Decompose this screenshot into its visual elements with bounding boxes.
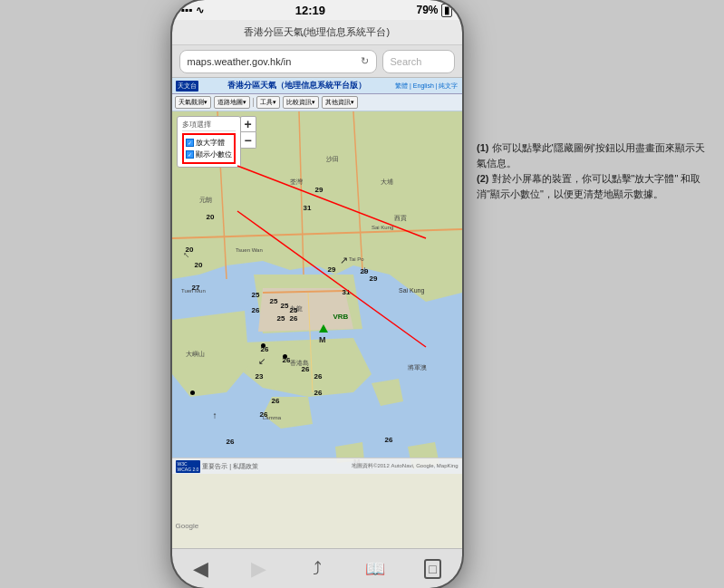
legend-large-font[interactable]: ✓ 放大字體 <box>186 137 232 149</box>
temp-w27: 27 <box>192 284 200 292</box>
browser-bottom-bar[interactable]: ◀ ▶ ⤴ 📖 □ <box>172 548 462 588</box>
map-canvas[interactable]: 元朗 屯門 荃灣 沙田 大埔 西貢 九龍 香港島 大嶼山 Sai Kung 將軍… <box>172 111 462 474</box>
footer-copyright: 地圖資料©2012 AutoNavi, Google, MapKing <box>352 462 458 470</box>
back-icon: ◀ <box>193 557 208 581</box>
page-title: 香港分區天氣(地理信息系統平台) <box>244 25 390 39</box>
temp-low7: 26 <box>272 397 280 405</box>
toolbar-sep1 <box>253 98 254 107</box>
tabs-icon: □ <box>424 559 440 579</box>
refresh-icon[interactable]: ↻ <box>361 55 369 67</box>
zoom-in-btn[interactable]: + <box>240 116 256 132</box>
map-footer: W3CWCAG 2.0 重要告示 | 私隱政策 地圖資料©2012 AutoNa… <box>172 458 462 474</box>
toolbar-others-btn[interactable]: 其他資訊▾ <box>322 96 358 109</box>
browser-title-bar: 香港分區天氣(地理信息系統平台) <box>172 20 462 45</box>
annotation-panel: (1) 你可以點擊此'隱藏圖例'按鈕以用盡畫面來顯示天氣信息。 (2) 對於小屏… <box>477 140 708 202</box>
svg-marker-9 <box>258 288 353 332</box>
share-icon: ⤴ <box>313 558 322 579</box>
screen-container: ▪▪▪ ∿ 12:19 79% ▮ 香港分區天氣(地理信息系統平台) maps.… <box>0 0 724 588</box>
wind-2: ↗ <box>340 255 348 266</box>
temp-low4: 26 <box>314 372 323 381</box>
toolbar-tools-btn[interactable]: 工具▾ <box>256 96 280 109</box>
temp-w11: 25 <box>290 306 298 314</box>
battery-percent: 79% <box>416 4 438 16</box>
toolbar-layers-btn[interactable]: 比較資訊▾ <box>283 96 319 109</box>
search-placeholder: Search <box>391 56 422 67</box>
temp-w15: 31 <box>343 288 351 296</box>
annotation-2-text: 對於小屏幕的裝置，你可以點擊"放大字體" 和取消"顯示小數位"，以便更清楚地顯示… <box>477 173 700 199</box>
status-time: 12:19 <box>295 4 325 17</box>
station-dot-3 <box>190 390 195 395</box>
station-dot-1 <box>261 343 265 348</box>
wc-badge: W3CWCAG 2.0 <box>176 460 201 473</box>
wind-4: ↙ <box>258 356 265 366</box>
bookmarks-icon: 📖 <box>365 559 385 579</box>
back-button[interactable]: ◀ <box>185 553 217 585</box>
annotation-item-2: (2) 對於小屏幕的裝置，你可以點擊"放大字體" 和取消"顯示小數位"，以便更清… <box>477 171 708 202</box>
footer-left: W3CWCAG 2.0 重要告示 | 私隱政策 <box>176 460 259 473</box>
temp-w2: 29 <box>315 186 323 194</box>
address-bar[interactable]: maps.weather.gov.hk/in ↻ Search <box>172 45 462 78</box>
temp-low6: 26 <box>314 389 323 397</box>
toolbar-nav-btn[interactable]: 道路地圖▾ <box>214 96 250 109</box>
temp-w9: 26 <box>252 306 260 314</box>
temp-w5: 20 <box>195 261 203 269</box>
svg-text:大嶼山: 大嶼山 <box>186 351 205 358</box>
battery-icon: ▮ <box>441 4 452 17</box>
zoom-out-btn[interactable]: − <box>240 132 256 149</box>
svg-text:沙田: 沙田 <box>326 156 339 163</box>
temp-w14: 29 <box>328 265 336 274</box>
vrb-marker: VRB <box>333 313 349 321</box>
temp-low3: 26 <box>302 365 310 373</box>
svg-text:M: M <box>319 335 326 344</box>
svg-text:Sai Kung: Sai Kung <box>372 225 393 230</box>
temp-low9: 26 <box>227 438 235 446</box>
triangle-marker <box>319 324 328 333</box>
checkbox-decimals[interactable]: ✓ <box>186 150 194 159</box>
toolbar-weather-btn[interactable]: 天氣觀測▾ <box>175 96 211 109</box>
legend-show-decimals[interactable]: ✓ 顯示小數位 <box>186 149 232 160</box>
tabs-button[interactable]: □ <box>417 553 449 585</box>
map-area[interactable]: 天文台 香港分區天氣（地理信息系統平台版） 繁體 | English | 純文字… <box>172 78 462 548</box>
temp-w17: 29 <box>370 275 378 283</box>
map-header: 天文台 香港分區天氣（地理信息系統平台版） 繁體 | English | 純文字 <box>172 78 462 94</box>
temp-w8: 25 <box>270 297 278 305</box>
temp-w10: 25 <box>281 302 289 310</box>
map-logo: 天文台 <box>176 81 198 92</box>
svg-text:元朗: 元朗 <box>199 197 212 203</box>
search-field[interactable]: Search <box>382 50 455 73</box>
forward-button[interactable]: ▶ <box>243 553 275 585</box>
svg-text:Tsuen Wan: Tsuen Wan <box>236 247 263 253</box>
map-toolbar[interactable]: 天氣觀測▾ 道路地圖▾ 工具▾ 比較資訊▾ 其他資訊▾ <box>172 94 462 111</box>
checkbox-large-font[interactable]: ✓ <box>186 139 194 147</box>
temp-low10: 26 <box>385 436 393 444</box>
phone-frame: ▪▪▪ ∿ 12:19 79% ▮ 香港分區天氣(地理信息系統平台) maps.… <box>172 0 462 588</box>
wifi-icon: ∿ <box>196 5 204 16</box>
svg-text:將軍澳: 將軍澳 <box>408 364 427 371</box>
legend-options-highlighted: ✓ 放大字體 ✓ 顯示小數位 <box>182 133 236 164</box>
browser-content: 天文台 香港分區天氣（地理信息系統平台版） 繁體 | English | 純文字… <box>172 78 462 548</box>
share-button[interactable]: ⤴ <box>301 553 333 585</box>
footer-links[interactable]: 重要告示 | 私隱政策 <box>202 462 258 471</box>
temp-w1: 20 <box>207 213 215 221</box>
label-large-font: 放大字體 <box>196 138 225 148</box>
zoom-controls[interactable]: + − <box>240 116 256 149</box>
temp-w16: 29 <box>361 267 369 275</box>
status-battery: 79% ▮ <box>416 4 452 17</box>
status-bar: ▪▪▪ ∿ 12:19 79% ▮ <box>172 0 462 20</box>
label-show-decimals: 顯示小數位 <box>196 149 232 159</box>
hko-logo: 天文台 <box>176 81 198 92</box>
map-header-links[interactable]: 繁體 | English | 純文字 <box>395 82 458 91</box>
url-field[interactable]: maps.weather.gov.hk/in ↻ <box>179 50 377 73</box>
temp-w3: 31 <box>304 204 312 212</box>
temp-w4: 20 <box>186 246 194 254</box>
forward-icon: ▶ <box>251 557 266 581</box>
svg-text:Tai Po: Tai Po <box>349 256 364 262</box>
bookmarks-button[interactable]: 📖 <box>359 553 391 585</box>
temp-w12: 25 <box>277 314 285 323</box>
url-text: maps.weather.gov.hk/in <box>188 56 357 67</box>
svg-text:大埔: 大埔 <box>381 178 393 185</box>
map-legend-menu[interactable]: 多項選擇 ✓ 放大字體 ✓ 顯示小數位 <box>177 116 241 168</box>
annotation-1-number: (1) <box>477 142 488 153</box>
temp-low5: 23 <box>256 372 264 381</box>
annotation-item-1: (1) 你可以點擊此'隱藏圖例'按鈕以用盡畫面來顯示天氣信息。 <box>477 140 708 171</box>
